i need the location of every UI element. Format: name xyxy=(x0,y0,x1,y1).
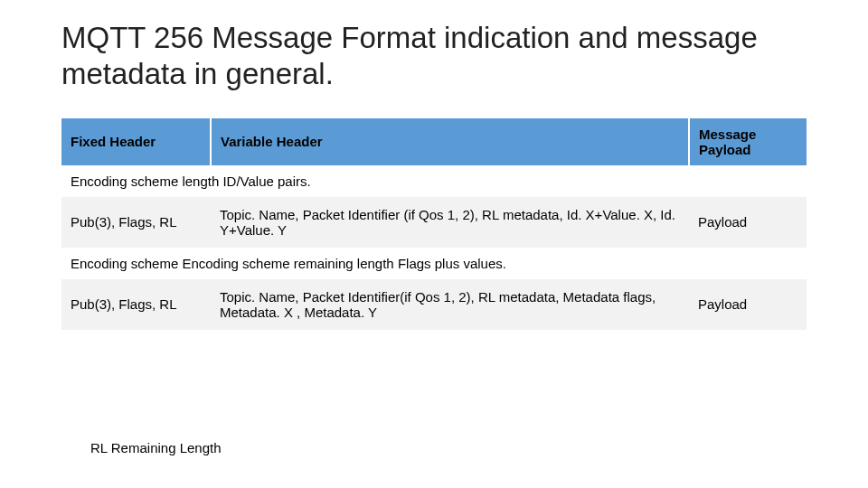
cell-message-payload: Payload xyxy=(689,279,807,330)
col-header-payload: Message Payload xyxy=(689,118,807,165)
col-header-variable: Variable Header xyxy=(211,118,689,165)
section-heading: Encoding scheme length ID/Value pairs. xyxy=(61,165,807,197)
col-header-fixed: Fixed Header xyxy=(61,118,211,165)
footnote: RL Remaining Length xyxy=(90,440,222,455)
table-row: Pub(3), Flags, RL Topic. Name, Packet Id… xyxy=(61,279,807,330)
section-heading: Encoding scheme Encoding scheme remainin… xyxy=(61,248,807,279)
section-heading-row: Encoding scheme Encoding scheme remainin… xyxy=(61,248,807,279)
message-format-table: Fixed Header Variable Header Message Pay… xyxy=(61,118,807,330)
cell-fixed-header: Pub(3), Flags, RL xyxy=(61,197,211,248)
cell-variable-header: Topic. Name, Packet Identifier (if Qos 1… xyxy=(211,197,689,248)
section-heading-row: Encoding scheme length ID/Value pairs. xyxy=(61,165,807,197)
table-row: Pub(3), Flags, RL Topic. Name, Packet Id… xyxy=(61,197,807,248)
cell-fixed-header: Pub(3), Flags, RL xyxy=(61,279,211,330)
cell-variable-header: Topic. Name, Packet Identifier(if Qos 1,… xyxy=(211,279,689,330)
cell-message-payload: Payload xyxy=(689,197,807,248)
slide: MQTT 256 Message Format indication and m… xyxy=(0,0,868,488)
slide-title: MQTT 256 Message Format indication and m… xyxy=(61,20,807,93)
table-header-row: Fixed Header Variable Header Message Pay… xyxy=(61,118,807,165)
